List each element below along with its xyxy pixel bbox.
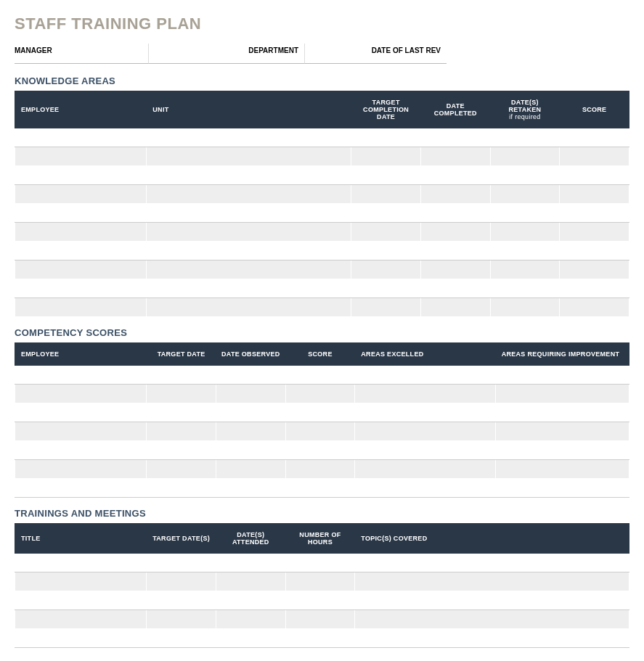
cell-employee[interactable]	[15, 260, 147, 279]
cell-dates_retaken[interactable]	[490, 223, 560, 242]
cell-employee[interactable]	[15, 366, 147, 385]
cell-employee[interactable]	[15, 422, 147, 441]
cell-unit[interactable]	[147, 223, 351, 242]
cell-areas_improvement[interactable]	[495, 366, 629, 385]
cell-date_observed[interactable]	[216, 479, 285, 498]
cell-score[interactable]	[560, 128, 629, 147]
cell-areas_improvement[interactable]	[495, 479, 629, 498]
cell-hours[interactable]	[285, 629, 355, 648]
cell-hours[interactable]	[285, 610, 355, 629]
cell-employee[interactable]	[15, 479, 147, 498]
cell-hours[interactable]	[285, 572, 355, 591]
cell-target_completion[interactable]	[351, 260, 421, 279]
cell-date_completed[interactable]	[420, 223, 490, 242]
cell-employee[interactable]	[15, 185, 147, 204]
cell-dates_retaken[interactable]	[490, 279, 560, 298]
cell-date_observed[interactable]	[216, 403, 285, 422]
cell-target_completion[interactable]	[351, 242, 421, 260]
cell-score[interactable]	[560, 185, 629, 204]
cell-dates_retaken[interactable]	[490, 147, 560, 166]
cell-date_observed[interactable]	[216, 385, 285, 403]
cell-score[interactable]	[285, 366, 355, 385]
cell-employee[interactable]	[15, 298, 147, 317]
cell-areas_excelled[interactable]	[355, 385, 495, 403]
cell-target_completion[interactable]	[351, 223, 421, 242]
cell-target_completion[interactable]	[351, 298, 421, 317]
cell-topics[interactable]	[355, 629, 629, 648]
cell-employee[interactable]	[15, 147, 147, 166]
cell-dates_attended[interactable]	[216, 610, 285, 629]
cell-target_dates[interactable]	[147, 572, 216, 591]
cell-target_dates[interactable]	[147, 629, 216, 648]
cell-score[interactable]	[560, 242, 629, 260]
cell-employee[interactable]	[15, 166, 147, 185]
cell-score[interactable]	[560, 223, 629, 242]
cell-dates_attended[interactable]	[216, 572, 285, 591]
cell-areas_excelled[interactable]	[355, 460, 495, 479]
cell-score[interactable]	[285, 441, 355, 460]
cell-date_observed[interactable]	[216, 460, 285, 479]
cell-title[interactable]	[15, 591, 147, 610]
cell-dates_retaken[interactable]	[490, 166, 560, 185]
cell-score[interactable]	[560, 298, 629, 317]
cell-dates_attended[interactable]	[216, 591, 285, 610]
cell-date_observed[interactable]	[216, 441, 285, 460]
cell-employee[interactable]	[15, 460, 147, 479]
cell-areas_improvement[interactable]	[495, 385, 629, 403]
cell-score[interactable]	[285, 479, 355, 498]
cell-areas_improvement[interactable]	[495, 403, 629, 422]
cell-target_date[interactable]	[147, 460, 216, 479]
cell-areas_excelled[interactable]	[355, 403, 495, 422]
cell-score[interactable]	[560, 204, 629, 223]
cell-score[interactable]	[560, 147, 629, 166]
cell-employee[interactable]	[15, 204, 147, 223]
cell-unit[interactable]	[147, 128, 351, 147]
cell-areas_excelled[interactable]	[355, 422, 495, 441]
cell-employee[interactable]	[15, 242, 147, 260]
cell-areas_improvement[interactable]	[495, 441, 629, 460]
cell-hours[interactable]	[285, 591, 355, 610]
cell-target_dates[interactable]	[147, 591, 216, 610]
cell-score[interactable]	[560, 166, 629, 185]
cell-unit[interactable]	[147, 147, 351, 166]
cell-title[interactable]	[15, 610, 147, 629]
cell-employee[interactable]	[15, 279, 147, 298]
cell-target_completion[interactable]	[351, 279, 421, 298]
cell-target_date[interactable]	[147, 403, 216, 422]
cell-title[interactable]	[15, 629, 147, 648]
cell-target_completion[interactable]	[351, 128, 421, 147]
cell-dates_retaken[interactable]	[490, 242, 560, 260]
cell-employee[interactable]	[15, 385, 147, 403]
cell-unit[interactable]	[147, 166, 351, 185]
cell-areas_excelled[interactable]	[355, 479, 495, 498]
cell-date_completed[interactable]	[420, 128, 490, 147]
cell-unit[interactable]	[147, 279, 351, 298]
cell-dates_retaken[interactable]	[490, 298, 560, 317]
cell-dates_retaken[interactable]	[490, 185, 560, 204]
cell-date_completed[interactable]	[420, 204, 490, 223]
cell-dates_retaken[interactable]	[490, 260, 560, 279]
cell-target_dates[interactable]	[147, 610, 216, 629]
cell-target_completion[interactable]	[351, 185, 421, 204]
cell-target_date[interactable]	[147, 441, 216, 460]
cell-target_dates[interactable]	[147, 554, 216, 572]
cell-target_date[interactable]	[147, 366, 216, 385]
cell-areas_improvement[interactable]	[495, 460, 629, 479]
cell-hours[interactable]	[285, 554, 355, 572]
cell-score[interactable]	[285, 460, 355, 479]
cell-date_completed[interactable]	[420, 279, 490, 298]
cell-areas_excelled[interactable]	[355, 366, 495, 385]
cell-employee[interactable]	[15, 223, 147, 242]
cell-score[interactable]	[285, 385, 355, 403]
cell-unit[interactable]	[147, 185, 351, 204]
cell-target_completion[interactable]	[351, 147, 421, 166]
cell-employee[interactable]	[15, 128, 147, 147]
cell-score[interactable]	[285, 403, 355, 422]
cell-target_date[interactable]	[147, 479, 216, 498]
cell-score[interactable]	[285, 422, 355, 441]
cell-topics[interactable]	[355, 572, 629, 591]
cell-date_completed[interactable]	[420, 185, 490, 204]
cell-unit[interactable]	[147, 298, 351, 317]
cell-areas_excelled[interactable]	[355, 441, 495, 460]
cell-unit[interactable]	[147, 204, 351, 223]
